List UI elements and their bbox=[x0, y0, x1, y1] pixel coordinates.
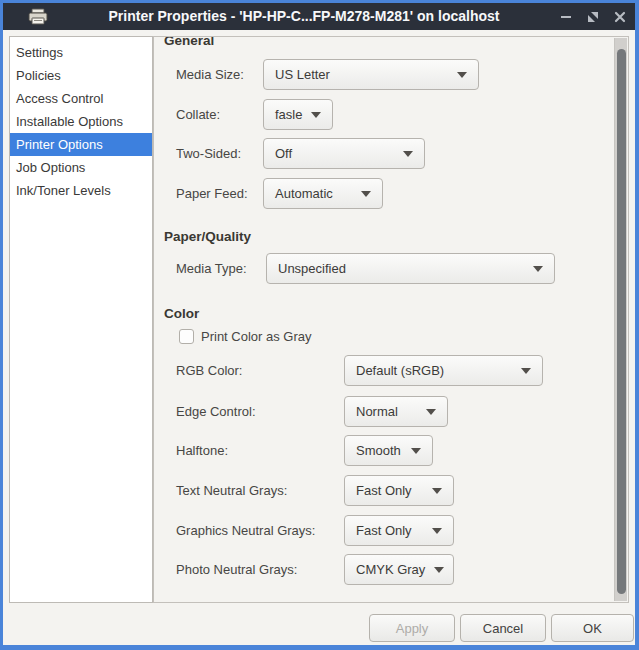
section-heading-paper-quality: Paper/Quality bbox=[164, 229, 251, 244]
field-label-photo-neutral-grays: Photo Neutral Grays: bbox=[176, 554, 297, 585]
field-label-graphics-neutral-grays: Graphics Neutral Grays: bbox=[176, 515, 315, 546]
dropdown-value: Fast Only bbox=[356, 523, 412, 538]
print-color-as-gray-checkbox[interactable] bbox=[179, 329, 194, 344]
printer-options-panel: GeneralMedia Size:US LetterCollate:fasle… bbox=[153, 36, 629, 603]
dropdown-value: fasle bbox=[275, 107, 302, 122]
media-type-dropdown[interactable]: Unspecified bbox=[266, 253, 555, 284]
chevron-down-icon bbox=[361, 191, 371, 197]
halftone-dropdown[interactable]: Smooth bbox=[344, 435, 433, 466]
collate-dropdown[interactable]: fasle bbox=[263, 99, 333, 130]
chevron-down-icon bbox=[432, 528, 442, 534]
dropdown-value: Fast Only bbox=[356, 483, 412, 498]
category-list: SettingsPoliciesAccess ControlInstallabl… bbox=[9, 36, 153, 603]
chevron-down-icon bbox=[311, 112, 321, 118]
close-button[interactable] bbox=[613, 10, 627, 24]
media-size-dropdown[interactable]: US Letter bbox=[263, 59, 479, 90]
chevron-down-icon bbox=[457, 72, 467, 78]
printer-icon bbox=[28, 8, 48, 25]
photo-neutral-grays-dropdown[interactable]: CMYK Gray bbox=[344, 554, 454, 585]
chevron-down-icon bbox=[411, 448, 421, 454]
apply-button[interactable]: Apply bbox=[369, 614, 455, 642]
text-neutral-grays-dropdown[interactable]: Fast Only bbox=[344, 475, 454, 506]
chevron-down-icon bbox=[403, 151, 413, 157]
sidebar-item-job-options[interactable]: Job Options bbox=[10, 156, 152, 179]
sidebar-item-settings[interactable]: Settings bbox=[10, 41, 152, 64]
vertical-scrollbar[interactable] bbox=[614, 38, 627, 601]
sidebar-item-installable-options[interactable]: Installable Options bbox=[10, 110, 152, 133]
minimize-button[interactable] bbox=[559, 10, 573, 24]
dropdown-value: Smooth bbox=[356, 443, 401, 458]
two-sided-dropdown[interactable]: Off bbox=[263, 138, 425, 169]
dropdown-value: US Letter bbox=[275, 67, 330, 82]
minimize-icon bbox=[560, 11, 572, 23]
section-heading-color: Color bbox=[164, 306, 199, 321]
sidebar-item-access-control[interactable]: Access Control bbox=[10, 87, 152, 110]
sidebar-item-printer-options[interactable]: Printer Options bbox=[10, 133, 152, 156]
field-label-media-size: Media Size: bbox=[176, 59, 244, 90]
sidebar-item-policies[interactable]: Policies bbox=[10, 64, 152, 87]
dropdown-value: CMYK Gray bbox=[356, 562, 425, 577]
paper-feed-dropdown[interactable]: Automatic bbox=[263, 178, 383, 209]
cancel-button[interactable]: Cancel bbox=[460, 614, 546, 642]
checkbox-label: Print Color as Gray bbox=[201, 328, 312, 345]
field-label-edge-control: Edge Control: bbox=[176, 396, 256, 427]
dropdown-value: Automatic bbox=[275, 186, 333, 201]
chevron-down-icon bbox=[432, 488, 442, 494]
field-label-rgb-color: RGB Color: bbox=[176, 355, 242, 386]
field-label-halftone: Halftone: bbox=[176, 435, 228, 466]
field-label-collate: Collate: bbox=[176, 99, 220, 130]
window-controls bbox=[559, 3, 627, 30]
edge-control-dropdown[interactable]: Normal bbox=[344, 396, 448, 427]
close-icon bbox=[614, 11, 626, 23]
restore-button[interactable] bbox=[586, 10, 600, 24]
dropdown-value: Off bbox=[275, 146, 292, 161]
section-heading-general: General bbox=[164, 36, 214, 48]
sidebar-item-ink-toner-levels[interactable]: Ink/Toner Levels bbox=[10, 179, 152, 202]
dialog-body: SettingsPoliciesAccess ControlInstallabl… bbox=[3, 30, 635, 645]
dropdown-value: Default (sRGB) bbox=[356, 363, 444, 378]
chevron-down-icon bbox=[426, 409, 436, 415]
ok-button[interactable]: OK bbox=[551, 614, 634, 642]
graphics-neutral-grays-dropdown[interactable]: Fast Only bbox=[344, 515, 454, 546]
chevron-down-icon bbox=[533, 266, 543, 272]
field-label-text-neutral-grays: Text Neutral Grays: bbox=[176, 475, 287, 506]
printer-properties-window: Printer Properties - 'HP-HP-C...FP-M278-… bbox=[0, 0, 639, 650]
dropdown-value: Unspecified bbox=[278, 261, 346, 276]
field-label-two-sided: Two-Sided: bbox=[176, 138, 241, 169]
rgb-color-dropdown[interactable]: Default (sRGB) bbox=[344, 355, 543, 386]
chevron-down-icon bbox=[434, 567, 444, 573]
restore-icon bbox=[587, 11, 599, 23]
window-title: Printer Properties - 'HP-HP-C...FP-M278-… bbox=[63, 3, 545, 30]
field-label-paper-feed: Paper Feed: bbox=[176, 178, 248, 209]
scrollbar-thumb[interactable] bbox=[617, 49, 626, 594]
field-label-media-type: Media Type: bbox=[176, 253, 247, 284]
chevron-down-icon bbox=[521, 368, 531, 374]
dropdown-value: Normal bbox=[356, 404, 398, 419]
titlebar[interactable]: Printer Properties - 'HP-HP-C...FP-M278-… bbox=[3, 3, 635, 30]
